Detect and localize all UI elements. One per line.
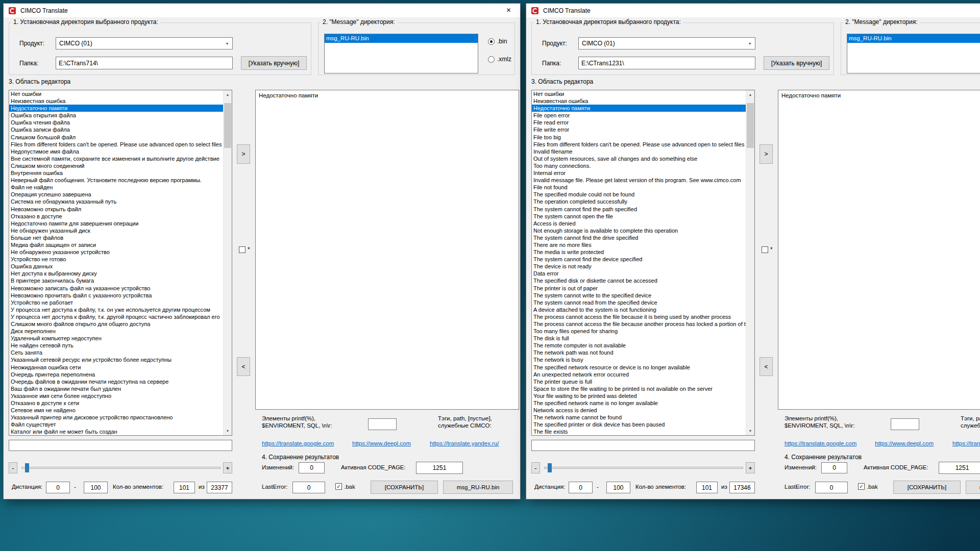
save-button[interactable]: [СОХРАНИТЬ] bbox=[893, 481, 961, 494]
list-item[interactable]: Неверный файл сообщения. Установите посл… bbox=[9, 177, 223, 184]
printf-input[interactable] bbox=[368, 418, 397, 430]
list-item[interactable]: Out of system resources, save all change… bbox=[532, 155, 746, 162]
source-strings-listbox[interactable]: Нет ошибкиНеизвестная ошибкаНедостаточно… bbox=[9, 90, 232, 436]
filter-input[interactable] bbox=[9, 440, 232, 451]
titlebar[interactable]: CIMCO Translate ✕ bbox=[4, 4, 520, 17]
move-right-button[interactable]: > bbox=[237, 144, 250, 164]
titlebar[interactable]: CIMCO Translate ✕ bbox=[526, 4, 980, 17]
codepage-input[interactable] bbox=[939, 462, 980, 474]
star-checkbox[interactable]: * bbox=[239, 246, 250, 253]
link-google-translate[interactable]: https://translate.google.com bbox=[262, 440, 334, 446]
list-item[interactable]: Access is denied bbox=[532, 220, 746, 227]
list-item[interactable]: The operation completed successfully bbox=[532, 198, 746, 205]
list-item[interactable]: Файл не найден bbox=[9, 184, 223, 191]
list-item[interactable]: Очередь файлов в ожидании печати недосту… bbox=[9, 378, 223, 385]
source-strings-list[interactable]: Нет ошибкиНеизвестная ошибкаНедостаточно… bbox=[9, 90, 223, 435]
star-checkbox[interactable]: * bbox=[762, 246, 773, 253]
list-item[interactable]: Ваш файл в ожидании печати был удален bbox=[9, 385, 223, 392]
list-item[interactable]: Система не обнаружила указанный путь bbox=[9, 198, 223, 205]
list-item[interactable]: The system cannot find the device specif… bbox=[532, 256, 746, 263]
list-item[interactable]: Операция успешно завершена bbox=[9, 191, 223, 198]
list-item[interactable]: A device attached to the system is not f… bbox=[532, 306, 746, 313]
list-item[interactable]: Ошибка данных bbox=[9, 263, 223, 270]
list-item[interactable]: Вне системной памяти, сохраните все изме… bbox=[9, 155, 223, 162]
list-item[interactable]: Внутренняя ошибка bbox=[9, 169, 223, 177]
list-item[interactable]: Space to store the file waiting to be pr… bbox=[532, 385, 746, 392]
product-combobox[interactable]: CIMCO (01) ▾ bbox=[578, 37, 755, 49]
link-deepl[interactable]: https://www.deepl.com bbox=[875, 440, 934, 446]
list-item[interactable]: An unexpected network error occurred bbox=[532, 371, 746, 378]
changes-input[interactable] bbox=[821, 462, 847, 473]
list-item[interactable]: The printer is out of paper bbox=[532, 285, 746, 292]
bak-checkbox[interactable]: ✓ .bak bbox=[335, 483, 355, 490]
list-item[interactable]: Диск переполнен bbox=[9, 328, 223, 335]
printf-input[interactable] bbox=[891, 418, 919, 430]
folder-input[interactable] bbox=[56, 57, 233, 69]
list-item[interactable]: Устройство не работает bbox=[9, 299, 223, 306]
list-item[interactable]: Not enough storage is available to compl… bbox=[532, 227, 746, 234]
list-item[interactable]: Невозможно записать файл на указанное ус… bbox=[9, 285, 223, 292]
total-input[interactable] bbox=[729, 482, 755, 493]
list-item[interactable]: Не обнаружен указанный диск bbox=[9, 227, 223, 234]
move-left-button[interactable]: < bbox=[760, 357, 773, 376]
list-item[interactable]: Сетевое имя не найдено bbox=[9, 407, 223, 414]
scrollbar-thumb[interactable] bbox=[747, 103, 754, 148]
list-item[interactable]: Too many connections. bbox=[532, 162, 746, 169]
list-item[interactable]: The media is write protected bbox=[532, 248, 746, 256]
list-item[interactable]: The network is busy bbox=[532, 356, 746, 363]
manual-select-button[interactable]: [Указать вручную] bbox=[241, 56, 307, 70]
list-item[interactable]: The system cannot write to the specified… bbox=[532, 292, 746, 299]
link-deepl[interactable]: https://www.deepl.com bbox=[352, 440, 411, 446]
position-slider[interactable] bbox=[543, 462, 744, 473]
changes-input[interactable] bbox=[299, 462, 325, 473]
list-item[interactable]: msg_RU-RU.bin bbox=[847, 34, 980, 43]
list-item[interactable]: The remote computer is not available bbox=[532, 342, 746, 349]
list-item[interactable]: The specified disk or diskette cannot be… bbox=[532, 277, 746, 284]
scroll-up-icon[interactable]: ▲ bbox=[746, 90, 754, 99]
chevron-down-icon[interactable]: ▾ bbox=[745, 38, 755, 49]
list-item[interactable]: У процесса нет доступа к файлу, т.к. дру… bbox=[9, 313, 223, 320]
radio-xmlz[interactable]: .xmlz bbox=[488, 56, 511, 63]
list-item[interactable]: Недостаточно памяти bbox=[532, 105, 746, 112]
total-input[interactable] bbox=[207, 482, 232, 493]
close-icon[interactable]: ✕ bbox=[497, 4, 520, 17]
link-yandex-translate[interactable]: https://translate.yandex.ru/ bbox=[952, 440, 980, 446]
move-right-button[interactable]: > bbox=[760, 144, 773, 164]
list-item[interactable]: Неизвестная ошибка bbox=[532, 97, 746, 105]
list-item[interactable]: The file exists bbox=[532, 428, 746, 435]
list-item[interactable]: Отказано в доступе к сети bbox=[9, 399, 223, 407]
list-item[interactable]: The device is not ready bbox=[532, 263, 746, 270]
list-item[interactable]: File too big bbox=[532, 134, 746, 141]
list-item[interactable]: Слишком много соединений bbox=[9, 162, 223, 169]
list-item[interactable]: Невозможно прочитать файл с указанного у… bbox=[9, 292, 223, 299]
list-item[interactable]: The network path was not found bbox=[532, 349, 746, 356]
list-item[interactable]: У процесса нет доступа к файлу, т.к. он … bbox=[9, 306, 223, 313]
manual-select-button[interactable]: [Указать вручную] bbox=[764, 56, 829, 70]
list-item[interactable]: The system cannot find the path specifie… bbox=[532, 206, 746, 213]
list-item[interactable]: Invalid filename bbox=[532, 148, 746, 155]
list-item[interactable]: Устройство не готово bbox=[9, 256, 223, 263]
lasterror-input[interactable] bbox=[815, 482, 848, 493]
link-yandex-translate[interactable]: https://translate.yandex.ru/ bbox=[430, 440, 499, 446]
list-item[interactable]: Каталог или файл не может быть создан bbox=[9, 428, 223, 435]
list-item[interactable]: There are no more files bbox=[532, 241, 746, 248]
distance-to-input[interactable] bbox=[84, 482, 108, 493]
list-item[interactable]: The network name cannot be found bbox=[532, 414, 746, 421]
list-item[interactable]: Слишком большой файл bbox=[9, 134, 223, 141]
save-button[interactable]: [СОХРАНИТЬ] bbox=[371, 481, 438, 494]
source-strings-listbox[interactable]: Нет ошибкиНеизвестная ошибкаНедостаточно… bbox=[531, 90, 755, 436]
list-item[interactable]: Файл существует bbox=[9, 421, 223, 428]
list-item[interactable]: Не найден сетевой путь bbox=[9, 342, 223, 349]
list-item[interactable]: Недопустимое имя файла bbox=[9, 148, 223, 155]
scroll-down-icon[interactable]: ▼ bbox=[224, 427, 232, 435]
list-item[interactable]: Нет доступа к выбранному диску bbox=[9, 270, 223, 277]
scroll-down-icon[interactable]: ▼ bbox=[746, 427, 754, 435]
output-file-button[interactable]: msg_RU-RU.bin bbox=[966, 481, 980, 494]
list-item[interactable]: Ошибка чтения файла bbox=[9, 119, 223, 126]
list-item[interactable]: Указанное имя сети более недоступно bbox=[9, 392, 223, 399]
distance-from-input[interactable] bbox=[569, 482, 593, 493]
list-item[interactable]: Internal error bbox=[532, 169, 746, 177]
radio-bin[interactable]: .bin bbox=[488, 38, 507, 45]
list-item[interactable]: Data error bbox=[532, 270, 746, 277]
list-item[interactable]: Files from different folders can't be op… bbox=[532, 141, 746, 148]
